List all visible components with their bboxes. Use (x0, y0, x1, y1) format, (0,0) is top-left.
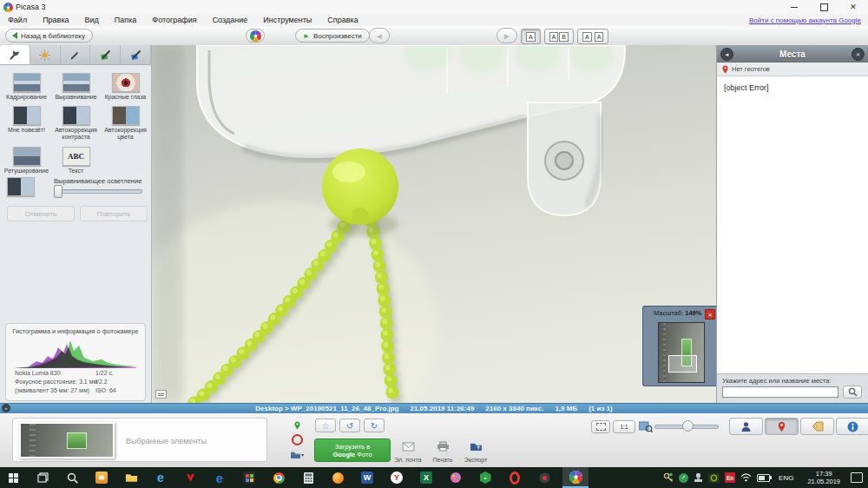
places-panel-button[interactable] (765, 418, 799, 435)
taskbar-icon-explorer[interactable] (122, 467, 141, 488)
tray-nvidia-icon[interactable] (708, 473, 720, 483)
taskbar-icon-store[interactable] (240, 467, 259, 488)
taskbar-icon-excel[interactable]: X (417, 467, 436, 488)
view-side-by-side-button[interactable]: AA (577, 29, 608, 44)
tray-collapse-button[interactable]: « (2, 404, 10, 412)
battery-icon[interactable] (757, 474, 770, 482)
place-search-button[interactable] (843, 386, 862, 399)
undo-button[interactable]: Отменить (7, 206, 75, 221)
fill-light-slider[interactable] (54, 189, 142, 194)
language-indicator[interactable]: ENG (779, 474, 793, 482)
printer-icon (437, 441, 450, 452)
rotate-left-button[interactable]: ↺ (339, 419, 360, 432)
menu-help[interactable]: Справка (319, 16, 365, 24)
upload-google-photos-button[interactable]: Загрузить в Google Фото (314, 439, 391, 462)
tool-redeye[interactable]: Красные глаза (101, 73, 150, 101)
add-to-album-button[interactable]: ▾ (287, 448, 306, 461)
taskbar-icon-yandex[interactable]: Y (387, 467, 406, 488)
tray-language-badge[interactable]: En (725, 472, 735, 483)
tags-panel-button[interactable] (800, 418, 834, 435)
tab-basic-fixes[interactable] (0, 45, 30, 64)
zoom-fit-button[interactable] (591, 420, 610, 433)
task-view-button[interactable] (33, 467, 52, 488)
menu-photo[interactable]: Фотография (144, 16, 204, 24)
people-panel-button[interactable] (729, 418, 763, 435)
star-button[interactable]: ☆ (315, 419, 336, 432)
tool-auto-color[interactable]: Автокоррекция цвета (101, 106, 150, 141)
export-button[interactable]: Экспорт (457, 439, 495, 463)
menu-tools[interactable]: Инструменты (255, 16, 319, 24)
address-input[interactable] (722, 386, 838, 398)
close-button[interactable] (838, 0, 868, 14)
taskbar-icon-internet-explorer[interactable]: e (151, 467, 170, 488)
photo-viewer[interactable]: Масштаб: 149% (152, 45, 716, 403)
taskbar-icon-chrome[interactable] (269, 467, 288, 488)
tool-straighten[interactable]: Выравнивание (51, 73, 101, 101)
previous-photo-button[interactable]: ◄ (369, 28, 390, 43)
places-collapse-button[interactable]: ◄ (720, 48, 733, 61)
rotate-right-button[interactable]: ↻ (364, 419, 385, 432)
taskbar-icon-calculator[interactable] (299, 467, 318, 488)
zoom-navigator-overlay[interactable]: Масштаб: 149% (642, 306, 716, 386)
notification-center-icon[interactable] (851, 472, 863, 483)
tray-stamp-icon[interactable] (694, 472, 703, 483)
tab-effects-3[interactable] (121, 45, 151, 64)
tab-tuning[interactable] (30, 45, 61, 64)
taskbar-icon-photo-editor[interactable] (446, 467, 465, 488)
view-single-button[interactable]: A (521, 29, 541, 44)
taskbar-icon-outlook[interactable]: ✉ (92, 467, 111, 488)
taskbar-icon-word[interactable]: W (358, 467, 377, 488)
taskbar-icon-firefox[interactable] (328, 467, 347, 488)
taskbar-icon-picasa-active[interactable] (562, 467, 589, 488)
bottom-tray: Выбранные элементы ▾ ☆ ↺ ↻ Загрузить в G… (0, 413, 868, 467)
play-slideshow-button[interactable]: ► Воспроизвести (295, 29, 370, 43)
tray-key-icon[interactable] (663, 472, 674, 483)
clear-icon (292, 434, 303, 445)
menu-create[interactable]: Создание (205, 16, 256, 24)
next-photo-button[interactable]: ► (496, 28, 517, 43)
email-button[interactable]: Эл. почта (389, 439, 427, 463)
tool-retouch[interactable]: Ретуширование (2, 147, 51, 175)
tool-auto-contrast[interactable]: Автокоррекция контраста (51, 106, 101, 141)
menu-view[interactable]: Вид (77, 16, 107, 24)
tool-text[interactable]: ABCТекст (51, 147, 101, 175)
tool-crop[interactable]: Кадрирование (2, 73, 51, 101)
taskbar-icon-adobe-reader[interactable] (181, 467, 200, 488)
places-content: [object Error] (717, 76, 868, 373)
properties-panel-button[interactable] (836, 418, 868, 435)
taskbar-icon-edge[interactable]: e (210, 467, 229, 488)
fill-light-slider-thumb[interactable] (54, 185, 62, 198)
google-signin-link[interactable]: Войти с помощью аккаунта Google (749, 14, 861, 26)
zoom-slider-thumb[interactable] (682, 420, 694, 432)
photo-corner-menu-button[interactable] (155, 390, 167, 399)
taskbar-icon-keepass[interactable]: • (476, 467, 495, 488)
navigator-thumbnail[interactable] (658, 322, 705, 383)
camera-shutter: 1/22 с. (95, 369, 114, 378)
tool-im-feeling-lucky[interactable]: Мне повезёт! (2, 106, 51, 134)
zoom-actual-button[interactable]: 1:1 (613, 420, 635, 433)
back-to-library-button[interactable]: Назад в библиотеку (5, 29, 93, 43)
selected-photo-thumbnail[interactable] (19, 422, 115, 458)
taskbar-icon-opera[interactable] (505, 467, 524, 488)
collage-button[interactable] (246, 29, 265, 43)
taskbar-clock[interactable]: 17:39 21.05.2019 (807, 470, 840, 485)
menu-folder[interactable]: Папка (107, 16, 145, 24)
taskbar-search-button[interactable] (62, 467, 82, 488)
navigator-viewport-box[interactable] (668, 355, 696, 373)
menu-edit[interactable]: Правка (35, 16, 76, 24)
minimize-button[interactable] (779, 0, 809, 14)
tab-effects-1[interactable] (61, 45, 91, 64)
wifi-icon[interactable] (740, 473, 752, 482)
clear-selection-button[interactable] (287, 433, 306, 446)
hold-selection-button[interactable] (287, 419, 306, 432)
places-close-button[interactable] (852, 48, 865, 61)
menu-file[interactable]: Файл (0, 16, 35, 24)
taskbar-icon-recorder[interactable] (535, 467, 554, 488)
navigator-close-button[interactable] (705, 309, 715, 320)
view-compare-button[interactable]: AB (544, 29, 574, 44)
start-button[interactable] (3, 467, 23, 488)
tab-effects-2[interactable] (90, 45, 121, 64)
tray-security-icon[interactable]: ✓ (679, 473, 688, 483)
redo-button[interactable]: Повторить (80, 206, 148, 221)
maximize-button[interactable] (809, 0, 838, 14)
